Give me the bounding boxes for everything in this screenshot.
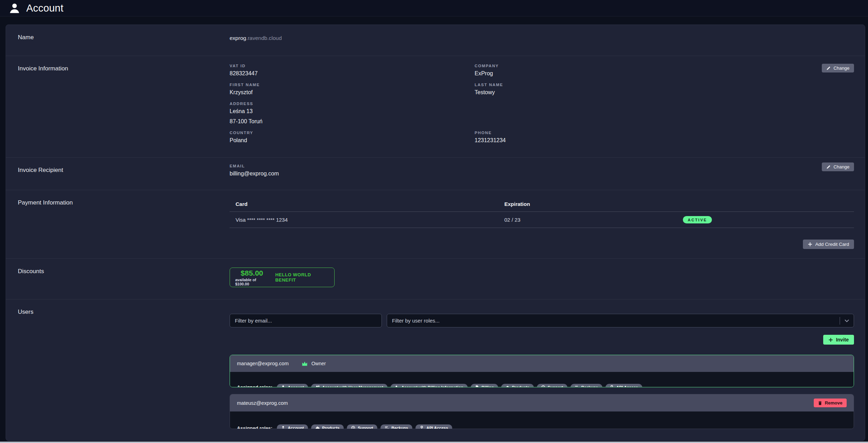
user-email: manager@exprog.com — [237, 361, 289, 366]
person-icon — [281, 426, 285, 429]
crown-icon — [302, 361, 308, 366]
role-pill-api-access: API Access — [606, 384, 642, 388]
chevron-down-icon[interactable] — [845, 319, 849, 323]
section-invoice-recipient-label: Invoice Recipient — [6, 158, 230, 190]
support-icon — [541, 385, 545, 388]
section-discounts: Discounts $85.00 available of $100.00 HE… — [6, 258, 865, 299]
page-bottom-scrollbar[interactable] — [0, 442, 868, 443]
key-icon — [420, 426, 424, 429]
card-number: Visa **** **** **** 1234 — [230, 217, 504, 223]
section-invoice-information: Invoice Information VAT ID 828323447 COM… — [6, 56, 865, 157]
support-icon — [351, 426, 355, 429]
filter-roles-select[interactable]: Filter by user roles... — [387, 314, 854, 327]
section-name: Name exprog.ravendb.cloud — [6, 25, 865, 56]
account-person-icon — [9, 2, 20, 14]
change-invoice-recipient-button[interactable]: Change — [822, 162, 854, 171]
discount-available: available of $100.00 — [235, 278, 268, 286]
field-spacer — [475, 102, 854, 131]
column-header-card: Card — [230, 201, 504, 207]
payment-table-header: Card Expiration — [230, 198, 854, 212]
change-invoice-info-button[interactable]: Change — [822, 64, 854, 72]
section-users-label: Users — [6, 299, 230, 441]
cloud-icon — [315, 426, 320, 429]
user-card-roles: Assigned roles: Account Products Supp — [230, 411, 854, 429]
section-users: Users Filter by user roles... Invite — [6, 299, 865, 441]
account-name-primary: exprog — [230, 35, 246, 41]
role-pill-account: Account — [277, 384, 308, 388]
role-pill-support: Support — [347, 424, 377, 429]
user-card-header: mateusz@exprog.com Remove — [230, 394, 854, 411]
role-pill-account-user-management: Account with User Management — [311, 384, 387, 388]
section-invoice-recipient: Invoice Recipient EMAIL billing@exprog.c… — [6, 157, 865, 190]
section-discounts-label: Discounts — [6, 259, 230, 299]
field-phone: PHONE 1231231234 — [475, 131, 854, 144]
account-panel: Name exprog.ravendb.cloud Invoice Inform… — [6, 25, 865, 441]
document-icon — [475, 385, 479, 388]
trash-icon — [818, 401, 822, 405]
page-header: Account — [0, 0, 868, 16]
add-credit-card-button[interactable]: Add Credit Card — [803, 240, 854, 249]
role-pill-account-billing-information: Account with Billing Information — [391, 384, 468, 388]
role-pill-billing: Billing — [471, 384, 498, 388]
user-card-member: mateusz@exprog.com Remove Assigned roles… — [230, 394, 854, 429]
role-pill-account: Account — [277, 424, 308, 429]
card-expiration: 02 / 23 — [504, 217, 683, 223]
payment-table-row: Visa **** **** **** 1234 02 / 23 ACTIVE — [230, 212, 854, 228]
pencil-icon — [826, 66, 831, 70]
account-name-domain: .ravendb.cloud — [246, 35, 282, 41]
section-payment-information-label: Payment Information — [6, 190, 230, 258]
field-email: EMAIL billing@exprog.com — [230, 164, 854, 177]
plus-icon — [828, 338, 833, 342]
user-card-roles: Assigned roles: Account Account with Use… — [230, 372, 854, 387]
person-plus-icon — [315, 385, 320, 388]
field-vat-id: VAT ID 828323447 — [230, 64, 475, 77]
select-divider — [840, 317, 840, 325]
column-header-expiration: Expiration — [504, 201, 683, 207]
role-pill-api-access: API Access — [415, 424, 452, 429]
card-status-cell: ACTIVE — [683, 216, 854, 223]
remove-user-button[interactable]: Remove — [814, 399, 847, 407]
assigned-roles-label: Assigned roles: — [237, 425, 272, 429]
pencil-icon — [826, 165, 831, 169]
discount-card: $85.00 available of $100.00 HELLO WORLD … — [230, 268, 335, 287]
field-country: COUNTRY Poland — [230, 131, 475, 144]
section-invoice-information-label: Invoice Information — [6, 56, 230, 157]
status-badge: ACTIVE — [683, 216, 712, 223]
person-icon — [281, 385, 285, 388]
person-lock-icon — [395, 385, 399, 388]
user-card-owner: manager@exprog.com Owner Assigned roles:… — [230, 355, 854, 387]
filter-roles-placeholder: Filter by user roles... — [392, 318, 440, 324]
payment-table: Card Expiration Visa **** **** **** 1234… — [230, 198, 854, 228]
filter-email-input[interactable] — [230, 314, 382, 327]
plus-icon — [808, 242, 812, 247]
discount-amount: $85.00 — [241, 269, 263, 277]
section-name-label: Name — [6, 25, 230, 56]
account-name-value: exprog.ravendb.cloud — [230, 35, 282, 41]
field-address: ADDRESS Leśna 13 87-100 Toruń — [230, 102, 475, 125]
key-icon — [610, 385, 614, 388]
role-pill-products: Products — [311, 424, 344, 429]
user-card-header: manager@exprog.com Owner — [230, 355, 854, 372]
role-pill-support: Support — [537, 384, 567, 388]
page-title: Account — [26, 2, 63, 14]
role-pill-backups: Backups — [570, 384, 602, 388]
cloud-icon — [505, 385, 510, 388]
user-email: mateusz@exprog.com — [237, 400, 288, 406]
invoice-fields-grid: VAT ID 828323447 COMPANY ExProg FIRST NA… — [230, 64, 854, 150]
field-first-name: FIRST NAME Krzysztof — [230, 83, 475, 96]
invite-user-button[interactable]: Invite — [823, 335, 854, 345]
assigned-roles-label: Assigned roles: — [237, 385, 272, 387]
role-pill-backups: Backups — [380, 424, 412, 429]
role-pill-products: Products — [501, 384, 534, 388]
field-last-name: LAST NAME Testowy — [475, 83, 854, 96]
discount-benefit-name: HELLO WORLD BENEFIT — [275, 272, 329, 283]
list-icon — [385, 426, 389, 429]
field-company: COMPANY ExProg — [475, 64, 854, 77]
section-payment-information: Payment Information Card Expiration Visa… — [6, 190, 865, 258]
owner-label: Owner — [312, 361, 326, 366]
list-icon — [575, 385, 579, 388]
